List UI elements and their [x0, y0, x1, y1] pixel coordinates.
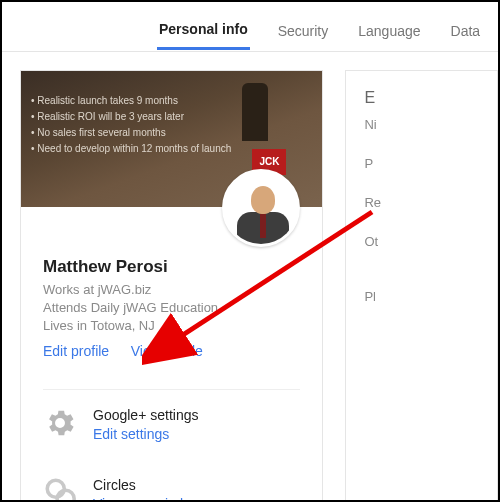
- circles-row: Circles View your circles: [21, 460, 322, 502]
- cover-bullet: No sales first several months: [31, 125, 231, 141]
- tab-security[interactable]: Security: [276, 13, 331, 49]
- cover-bullet: Need to develop within 12 months of laun…: [31, 141, 231, 157]
- cover-bullet: Realistic launch takes 9 months: [31, 93, 231, 109]
- side-card: E Ni P Re Ot Pl: [345, 70, 498, 502]
- account-tabs: Personal info Security Language Data: [2, 10, 498, 52]
- cover-speaker: [242, 83, 268, 141]
- tab-language[interactable]: Language: [356, 13, 422, 49]
- tab-data[interactable]: Data: [449, 13, 483, 49]
- avatar[interactable]: [222, 169, 300, 247]
- edit-profile-link[interactable]: Edit profile: [43, 343, 109, 359]
- side-heading: E: [364, 89, 479, 107]
- profile-card: Realistic launch takes 9 months Realisti…: [20, 70, 323, 502]
- profile-name: Matthew Perosi: [43, 257, 300, 277]
- side-line: Re: [364, 195, 479, 210]
- cover-bullet: Realistic ROI will be 3 years later: [31, 109, 231, 125]
- side-line: Pl: [364, 289, 479, 304]
- side-line: Ot: [364, 234, 479, 249]
- circles-title: Circles: [93, 476, 198, 494]
- svg-point-0: [47, 480, 64, 497]
- profile-work: Works at jWAG.biz: [43, 281, 300, 299]
- profile-location: Lives in Totowa, NJ: [43, 317, 300, 335]
- edit-settings-link[interactable]: Edit settings: [93, 424, 198, 444]
- side-line: P: [364, 156, 479, 171]
- side-line: Ni: [364, 117, 479, 132]
- tab-personal-info[interactable]: Personal info: [157, 11, 250, 50]
- gear-icon: [43, 406, 77, 440]
- profile-education: Attends Daily jWAG Education: [43, 299, 300, 317]
- google-plus-settings-title: Google+ settings: [93, 406, 198, 424]
- google-plus-settings-row: Google+ settings Edit settings: [21, 390, 322, 460]
- view-circles-link[interactable]: View your circles: [93, 494, 198, 502]
- view-profile-link[interactable]: View profile: [131, 343, 203, 359]
- circles-icon: [43, 476, 77, 502]
